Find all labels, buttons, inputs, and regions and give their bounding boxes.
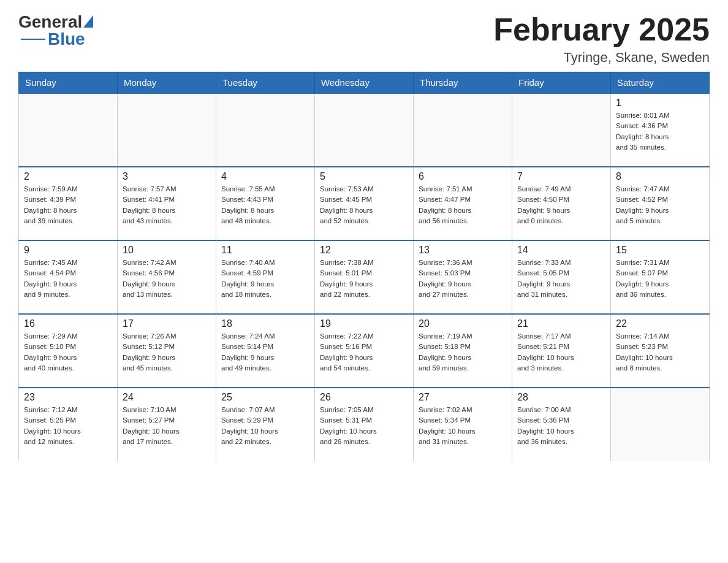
column-header-saturday: Saturday — [611, 72, 710, 94]
calendar-cell: 20Sunrise: 7:19 AM Sunset: 5:18 PM Dayli… — [414, 314, 512, 388]
calendar-cell: 8Sunrise: 7:47 AM Sunset: 4:52 PM Daylig… — [611, 167, 710, 240]
day-number: 19 — [320, 318, 408, 329]
calendar-cell — [414, 93, 512, 167]
day-info: Sunrise: 7:33 AM Sunset: 5:05 PM Dayligh… — [517, 259, 571, 298]
calendar-cell: 19Sunrise: 7:22 AM Sunset: 5:16 PM Dayli… — [315, 314, 414, 388]
day-info: Sunrise: 8:01 AM Sunset: 4:36 PM Dayligh… — [616, 112, 670, 151]
day-number: 27 — [419, 392, 507, 403]
calendar-cell: 12Sunrise: 7:38 AM Sunset: 5:01 PM Dayli… — [315, 240, 414, 314]
day-info: Sunrise: 7:07 AM Sunset: 5:29 PM Dayligh… — [221, 406, 278, 445]
day-info: Sunrise: 7:59 AM Sunset: 4:39 PM Dayligh… — [24, 185, 78, 224]
day-number: 26 — [320, 392, 408, 403]
calendar-cell: 13Sunrise: 7:36 AM Sunset: 5:03 PM Dayli… — [414, 240, 512, 314]
day-info: Sunrise: 7:12 AM Sunset: 5:25 PM Dayligh… — [24, 406, 81, 445]
day-info: Sunrise: 7:42 AM Sunset: 4:56 PM Dayligh… — [123, 259, 176, 298]
day-number: 8 — [616, 171, 704, 182]
calendar-cell — [19, 93, 118, 167]
week-row-2: 2Sunrise: 7:59 AM Sunset: 4:39 PM Daylig… — [19, 167, 710, 240]
calendar-cell: 22Sunrise: 7:14 AM Sunset: 5:23 PM Dayli… — [611, 314, 710, 388]
day-info: Sunrise: 7:17 AM Sunset: 5:21 PM Dayligh… — [517, 332, 574, 372]
title-block: February 2025 Tyringe, Skane, Sweden — [493, 12, 710, 66]
week-row-3: 9Sunrise: 7:45 AM Sunset: 4:54 PM Daylig… — [19, 240, 710, 314]
calendar-cell: 11Sunrise: 7:40 AM Sunset: 4:59 PM Dayli… — [216, 240, 315, 314]
day-info: Sunrise: 7:57 AM Sunset: 4:41 PM Dayligh… — [123, 185, 176, 224]
column-header-monday: Monday — [118, 72, 216, 94]
day-number: 25 — [221, 392, 309, 403]
day-number: 18 — [221, 318, 309, 329]
calendar-cell — [118, 93, 216, 167]
svg-marker-0 — [83, 15, 93, 28]
calendar-cell — [315, 93, 414, 167]
calendar-cell: 23Sunrise: 7:12 AM Sunset: 5:25 PM Dayli… — [19, 388, 118, 461]
day-number: 22 — [616, 318, 704, 329]
calendar-cell — [512, 93, 611, 167]
week-row-4: 16Sunrise: 7:29 AM Sunset: 5:10 PM Dayli… — [19, 314, 710, 388]
calendar-title: February 2025 — [493, 12, 710, 47]
day-info: Sunrise: 7:26 AM Sunset: 5:12 PM Dayligh… — [123, 332, 176, 372]
day-number: 14 — [517, 245, 605, 256]
day-info: Sunrise: 7:24 AM Sunset: 5:14 PM Dayligh… — [221, 332, 275, 372]
day-info: Sunrise: 7:38 AM Sunset: 5:01 PM Dayligh… — [320, 259, 374, 298]
day-number: 5 — [320, 171, 408, 182]
calendar-cell: 10Sunrise: 7:42 AM Sunset: 4:56 PM Dayli… — [118, 240, 216, 314]
day-number: 23 — [24, 392, 112, 403]
calendar-cell: 27Sunrise: 7:02 AM Sunset: 5:34 PM Dayli… — [414, 388, 512, 461]
calendar-cell: 15Sunrise: 7:31 AM Sunset: 5:07 PM Dayli… — [611, 240, 710, 314]
day-number: 1 — [616, 98, 704, 109]
calendar-subtitle: Tyringe, Skane, Sweden — [493, 50, 710, 66]
calendar-cell: 24Sunrise: 7:10 AM Sunset: 5:27 PM Dayli… — [118, 388, 216, 461]
day-info: Sunrise: 7:00 AM Sunset: 5:36 PM Dayligh… — [517, 406, 574, 445]
week-row-5: 23Sunrise: 7:12 AM Sunset: 5:25 PM Dayli… — [19, 388, 710, 461]
day-number: 21 — [517, 318, 605, 329]
day-number: 6 — [419, 171, 507, 182]
day-number: 9 — [24, 245, 112, 256]
logo: General Blue — [18, 12, 93, 49]
day-info: Sunrise: 7:51 AM Sunset: 4:47 PM Dayligh… — [419, 185, 472, 224]
calendar-cell: 18Sunrise: 7:24 AM Sunset: 5:14 PM Dayli… — [216, 314, 315, 388]
page-header: General Blue February 2025 Tyringe, Skan… — [18, 12, 710, 66]
calendar-cell: 14Sunrise: 7:33 AM Sunset: 5:05 PM Dayli… — [512, 240, 611, 314]
day-number: 12 — [320, 245, 408, 256]
calendar-header-row: SundayMondayTuesdayWednesdayThursdayFrid… — [19, 72, 710, 94]
column-header-tuesday: Tuesday — [216, 72, 315, 94]
day-info: Sunrise: 7:31 AM Sunset: 5:07 PM Dayligh… — [616, 259, 670, 298]
day-info: Sunrise: 7:02 AM Sunset: 5:34 PM Dayligh… — [419, 406, 476, 445]
logo-triangle-icon — [83, 15, 93, 28]
calendar-cell: 25Sunrise: 7:07 AM Sunset: 5:29 PM Dayli… — [216, 388, 315, 461]
calendar-cell — [216, 93, 315, 167]
column-header-sunday: Sunday — [19, 72, 118, 94]
calendar-cell: 21Sunrise: 7:17 AM Sunset: 5:21 PM Dayli… — [512, 314, 611, 388]
day-number: 7 — [517, 171, 605, 182]
day-number: 20 — [419, 318, 507, 329]
day-info: Sunrise: 7:05 AM Sunset: 5:31 PM Dayligh… — [320, 406, 377, 445]
logo-line — [21, 39, 45, 40]
column-header-wednesday: Wednesday — [315, 72, 414, 94]
day-info: Sunrise: 7:40 AM Sunset: 4:59 PM Dayligh… — [221, 259, 275, 298]
day-info: Sunrise: 7:29 AM Sunset: 5:10 PM Dayligh… — [24, 332, 78, 372]
calendar-cell: 2Sunrise: 7:59 AM Sunset: 4:39 PM Daylig… — [19, 167, 118, 240]
calendar-cell: 4Sunrise: 7:55 AM Sunset: 4:43 PM Daylig… — [216, 167, 315, 240]
day-number: 24 — [123, 392, 211, 403]
calendar-cell: 17Sunrise: 7:26 AM Sunset: 5:12 PM Dayli… — [118, 314, 216, 388]
day-number: 10 — [123, 245, 211, 256]
calendar-cell: 16Sunrise: 7:29 AM Sunset: 5:10 PM Dayli… — [19, 314, 118, 388]
day-number: 17 — [123, 318, 211, 329]
logo-blue-text: Blue — [48, 29, 85, 49]
calendar-cell: 6Sunrise: 7:51 AM Sunset: 4:47 PM Daylig… — [414, 167, 512, 240]
column-header-friday: Friday — [512, 72, 611, 94]
day-info: Sunrise: 7:45 AM Sunset: 4:54 PM Dayligh… — [24, 259, 78, 298]
day-info: Sunrise: 7:47 AM Sunset: 4:52 PM Dayligh… — [616, 185, 670, 224]
day-number: 16 — [24, 318, 112, 329]
calendar-cell: 28Sunrise: 7:00 AM Sunset: 5:36 PM Dayli… — [512, 388, 611, 461]
day-number: 15 — [616, 245, 704, 256]
calendar-cell: 26Sunrise: 7:05 AM Sunset: 5:31 PM Dayli… — [315, 388, 414, 461]
calendar-table: SundayMondayTuesdayWednesdayThursdayFrid… — [18, 72, 710, 461]
day-number: 28 — [517, 392, 605, 403]
day-info: Sunrise: 7:19 AM Sunset: 5:18 PM Dayligh… — [419, 332, 472, 372]
day-info: Sunrise: 7:22 AM Sunset: 5:16 PM Dayligh… — [320, 332, 374, 372]
day-number: 11 — [221, 245, 309, 256]
day-number: 3 — [123, 171, 211, 182]
day-info: Sunrise: 7:49 AM Sunset: 4:50 PM Dayligh… — [517, 185, 571, 224]
column-header-thursday: Thursday — [414, 72, 512, 94]
day-info: Sunrise: 7:14 AM Sunset: 5:23 PM Dayligh… — [616, 332, 673, 372]
